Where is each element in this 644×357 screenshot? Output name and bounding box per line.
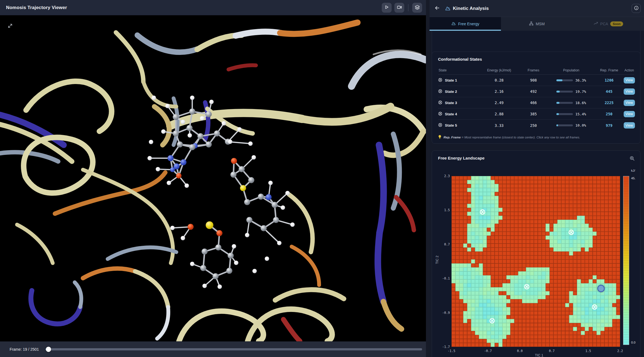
layers-icon [415, 5, 420, 11]
population-bar [556, 102, 573, 104]
states-table: StateEnergy (kJ/mol)FramesPopulationRep.… [438, 66, 634, 131]
y-tick-label: 2.3 [433, 174, 450, 178]
frames-cell: 492 [520, 89, 547, 94]
states-table-body: State 1 0.28 908 36.3% 1206 View State 2… [438, 75, 634, 131]
rep-frame-cell: 979 [596, 123, 622, 128]
note-text: Rep. Frame = Most representative frame (… [444, 136, 580, 139]
population-cell: 15.4% [547, 112, 596, 116]
colorbar-title: kJ/ [631, 169, 635, 172]
trajectory-viewer: Nomosis Trajectory Viewer [0, 0, 426, 357]
population-bar [556, 79, 573, 81]
mountain-icon [451, 21, 456, 27]
table-row[interactable]: State 5 3.33 250 10.0% 979 View [438, 120, 634, 131]
table-row[interactable]: State 1 0.28 908 36.3% 1206 View [438, 75, 634, 86]
x-tick-label: -0.7 [480, 349, 496, 353]
energy-cell: 0.28 [478, 78, 520, 82]
state-label: State 3 [445, 101, 457, 105]
panel-scroll-content[interactable]: TIC 2 variance: 5.6% Minima found: 5 Con… [430, 31, 644, 357]
state-cell: State 4 [438, 111, 478, 117]
y-tick-label: 0.7 [433, 242, 450, 246]
state-cell: State 1 [438, 78, 478, 83]
x-tick-label: 1.5 [580, 349, 596, 353]
toolbar-separator [408, 4, 408, 11]
view-button[interactable]: View [624, 111, 635, 117]
x-tick-label: 0.0 [512, 349, 528, 353]
colorbar-contour-texture [623, 176, 629, 345]
frames-cell: 908 [520, 78, 547, 82]
rep-frame-cell: 445 [596, 89, 622, 94]
back-button[interactable] [433, 4, 442, 13]
state-cell: State 3 [438, 100, 478, 105]
states-table-header: StateEnergy (kJ/mol)FramesPopulationRep.… [438, 66, 634, 75]
action-cell: View [622, 100, 636, 106]
tab-pca[interactable]: PCA Soon [573, 17, 644, 31]
state-icon [438, 123, 442, 128]
colorbar-max-label: 45. [631, 177, 635, 180]
info-icon [634, 5, 639, 11]
fel-plot-area: TIC 2 TIC 1 kJ/ 45. 0.0 2.31.50.7-0.1-0.… [432, 151, 641, 357]
x-tick-label: -1.5 [443, 349, 460, 353]
fullscreen-expand-button[interactable] [7, 23, 14, 30]
rep-frame-cell: 250 [596, 112, 622, 116]
population-bar [556, 124, 573, 126]
action-cell: View [622, 88, 636, 95]
column-header: Energy (kJ/mol) [478, 68, 520, 72]
y-tick-label: -0.1 [433, 277, 450, 280]
fel-heatmap-canvas [451, 176, 620, 347]
column-header: Population [547, 68, 596, 72]
card-title: Conformational States [438, 57, 634, 62]
kinetic-analysis-panel: Kinetic Analysis Free Energy MSM [430, 0, 644, 357]
protein-3d-viewport[interactable] [0, 15, 426, 341]
video-camera-icon [397, 5, 402, 11]
panel-title: Kinetic Analysis [453, 6, 489, 11]
info-button[interactable] [632, 4, 641, 13]
population-cell: 18.6% [547, 101, 596, 105]
lightbulb-icon [438, 135, 442, 140]
view-button[interactable]: View [624, 77, 635, 83]
population-bar [556, 113, 573, 115]
view-button[interactable]: View [624, 122, 635, 129]
viewer-toolbar: Nomosis Trajectory Viewer [0, 0, 426, 15]
state-icon [438, 100, 442, 105]
state-label: State 4 [445, 112, 457, 116]
mountain-icon [445, 5, 451, 11]
frame-slider-thumb[interactable] [46, 347, 51, 352]
table-row[interactable]: State 3 2.49 466 18.6% 2225 View [438, 97, 634, 108]
population-cell: 19.7% [547, 90, 596, 94]
panel-divider [426, 0, 430, 357]
population-bar-fill [556, 91, 560, 93]
state-cell: State 2 [438, 89, 478, 94]
panel-header: Kinetic Analysis [430, 0, 644, 17]
view-button[interactable]: View [624, 88, 635, 95]
fel-heatmap[interactable] [451, 176, 620, 347]
network-icon [529, 21, 534, 27]
frame-control-bar: Frame: 19 / 2501 [0, 341, 426, 357]
table-row[interactable]: State 4 2.88 385 15.4% 250 View [438, 108, 634, 120]
layers-button[interactable] [412, 3, 422, 13]
analysis-tabs: Free Energy MSM PCA Soon [430, 17, 644, 31]
population-cell: 10.0% [547, 123, 596, 127]
population-percent: 18.6% [575, 101, 586, 105]
free-energy-landscape-card: Free Energy Landscape TIC 2 TIC 1 kJ/ 45… [432, 150, 640, 357]
tab-msm[interactable]: MSM [501, 17, 572, 31]
tab-free-energy[interactable]: Free Energy [430, 17, 501, 31]
record-movie-button[interactable] [394, 3, 404, 13]
population-percent: 19.7% [575, 90, 586, 94]
frame-counter-label: Frame: 19 / 2501 [10, 347, 39, 352]
view-button[interactable]: View [624, 100, 635, 106]
play-icon [384, 5, 389, 10]
column-header: State [438, 68, 478, 72]
state-cell: State 5 [438, 123, 478, 128]
y-tick-label: 1.5 [433, 208, 450, 212]
x-axis-title: TIC 1 [528, 353, 550, 357]
frame-slider[interactable] [46, 348, 422, 350]
energy-cell: 2.88 [478, 112, 520, 116]
rep-frame-cell: 2225 [596, 101, 622, 105]
play-button[interactable] [382, 3, 392, 13]
frames-cell: 250 [520, 123, 547, 128]
viewer-toolbar-actions [382, 3, 422, 13]
frames-cell: 466 [520, 101, 547, 105]
column-header: Frames [520, 68, 547, 72]
state-label: State 2 [445, 90, 457, 94]
table-row[interactable]: State 2 2.16 492 19.7% 445 View [438, 86, 634, 97]
